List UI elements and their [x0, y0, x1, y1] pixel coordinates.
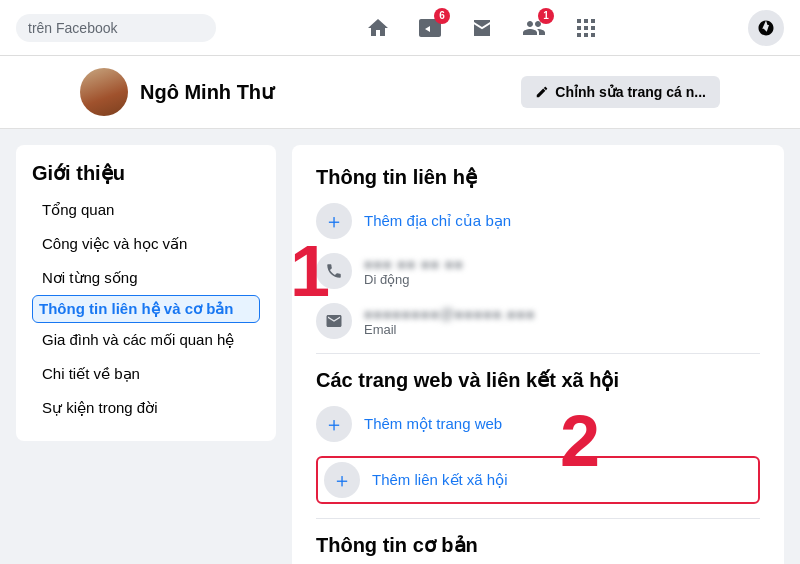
svg-rect-8 — [591, 33, 595, 37]
watch-badge: 6 — [434, 8, 450, 24]
add-address-item[interactable]: ＋ Thêm địa chỉ của bạn — [316, 203, 760, 239]
top-bar: trên Facebook 6 1 — [0, 0, 800, 56]
sidebar-item-contact[interactable]: Thông tin liên hệ và cơ bản — [32, 295, 260, 323]
nav-watch-btn[interactable]: 6 — [406, 4, 454, 52]
sidebar: Giới thiệu Tổng quan Công việc và học vấ… — [16, 145, 276, 441]
sidebar-item-details[interactable]: Chi tiết về bạn — [32, 357, 260, 391]
right-icons — [748, 10, 784, 46]
web-section-title: Các trang web và liên kết xã hội — [316, 368, 760, 392]
sidebar-item-work[interactable]: Công việc và học vấn — [32, 227, 260, 261]
divider-2 — [316, 518, 760, 519]
add-address-label: Thêm địa chỉ của bạn — [364, 212, 511, 230]
pencil-icon — [535, 85, 549, 99]
store-icon — [470, 16, 494, 40]
sidebar-item-label: Sự kiện trong đời — [42, 399, 158, 417]
svg-rect-3 — [577, 26, 581, 30]
basic-section-title: Thông tin cơ bản — [316, 533, 760, 557]
phone-icon — [316, 253, 352, 289]
edit-profile-button[interactable]: Chỉnh sửa trang cá n... — [521, 76, 720, 108]
menu-icon — [574, 16, 598, 40]
phone-item: ●●● ●● ●● ●● Di động — [316, 253, 760, 289]
svg-rect-2 — [591, 19, 595, 23]
sidebar-item-label: Công việc và học vấn — [42, 235, 187, 253]
email-details: ●●●●●●●●@●●●●●.●●● Email — [364, 306, 535, 337]
add-social-icon: ＋ — [324, 462, 360, 498]
add-address-icon: ＋ — [316, 203, 352, 239]
nav-menu-btn[interactable] — [562, 4, 610, 52]
sidebar-item-label: Tổng quan — [42, 201, 114, 219]
sidebar-item-label: Gia đình và các mối quan hệ — [42, 331, 234, 349]
search-box[interactable]: trên Facebook — [16, 14, 216, 42]
sidebar-item-label: Nơi từng sống — [42, 269, 138, 287]
add-social-label: Thêm liên kết xã hội — [372, 471, 508, 489]
profile-name: Ngô Minh Thư — [140, 80, 274, 104]
nav-home-btn[interactable] — [354, 4, 402, 52]
sidebar-title: Giới thiệu — [32, 161, 260, 185]
edit-profile-label: Chỉnh sửa trang cá n... — [555, 84, 706, 100]
email-type: Email — [364, 322, 535, 337]
search-text: trên Facebook — [28, 20, 118, 36]
right-panel: Thông tin liên hệ ＋ Thêm địa chỉ của bạn… — [292, 145, 784, 564]
svg-rect-7 — [584, 33, 588, 37]
svg-rect-1 — [584, 19, 588, 23]
add-website-icon: ＋ — [316, 406, 352, 442]
home-icon — [366, 16, 390, 40]
avatar — [80, 68, 128, 116]
messenger-btn[interactable] — [748, 10, 784, 46]
email-value: ●●●●●●●●@●●●●●.●●● — [364, 306, 535, 322]
sidebar-item-places[interactable]: Nơi từng sống — [32, 261, 260, 295]
profile-left: Ngô Minh Thư — [80, 68, 274, 116]
messenger-icon — [757, 19, 775, 37]
nav-friends-btn[interactable]: 1 — [510, 4, 558, 52]
add-website-label: Thêm một trang web — [364, 415, 502, 433]
nav-marketplace-btn[interactable] — [458, 4, 506, 52]
sidebar-item-label: Thông tin liên hệ và cơ bản — [39, 300, 234, 318]
main-content: 1 2 Giới thiệu Tổng quan Công việc và họ… — [0, 145, 800, 564]
phone-type: Di động — [364, 272, 464, 287]
add-social-item[interactable]: ＋ Thêm liên kết xã hội — [316, 456, 760, 504]
svg-rect-5 — [591, 26, 595, 30]
email-icon — [316, 303, 352, 339]
avatar-image — [80, 68, 128, 116]
email-item: ●●●●●●●●@●●●●●.●●● Email — [316, 303, 760, 339]
svg-rect-6 — [577, 33, 581, 37]
contact-section-title: Thông tin liên hệ — [316, 165, 760, 189]
sidebar-item-events[interactable]: Sự kiện trong đời — [32, 391, 260, 425]
phone-details: ●●● ●● ●● ●● Di động — [364, 256, 464, 287]
sidebar-item-family[interactable]: Gia đình và các mối quan hệ — [32, 323, 260, 357]
friends-badge: 1 — [538, 8, 554, 24]
divider-1 — [316, 353, 760, 354]
add-website-item[interactable]: ＋ Thêm một trang web — [316, 406, 760, 442]
phone-value: ●●● ●● ●● ●● — [364, 256, 464, 272]
svg-rect-0 — [577, 19, 581, 23]
nav-icons: 6 1 — [236, 4, 728, 52]
profile-header: Ngô Minh Thư Chỉnh sửa trang cá n... — [0, 56, 800, 129]
sidebar-item-overview[interactable]: Tổng quan — [32, 193, 260, 227]
sidebar-item-label: Chi tiết về bạn — [42, 365, 140, 383]
svg-rect-4 — [584, 26, 588, 30]
